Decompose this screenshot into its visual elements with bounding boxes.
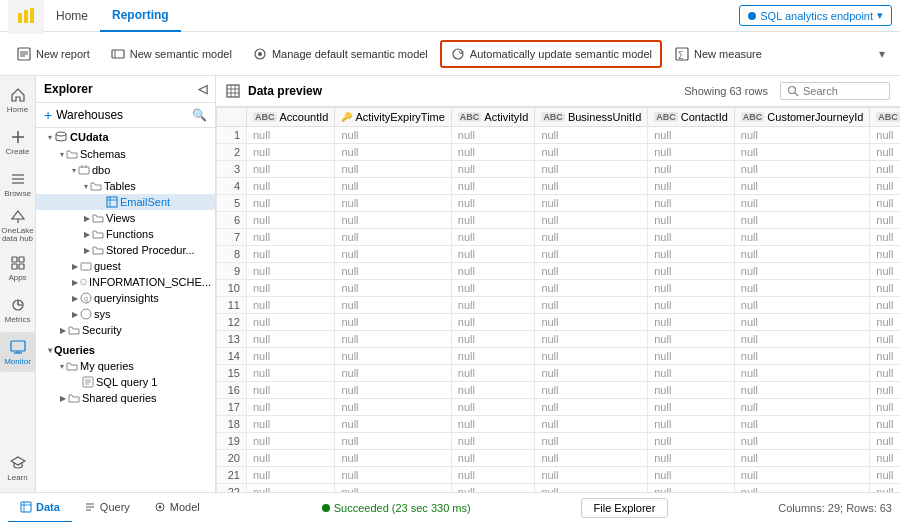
cell-null: null [247,212,335,229]
cell-null: null [247,467,335,484]
search-box[interactable] [780,82,890,100]
new-semantic-model-button[interactable]: New semantic model [102,42,240,66]
tree-label-sql-query-1: SQL query 1 [96,376,157,388]
new-report-button[interactable]: New report [8,42,98,66]
cell-null: null [535,161,648,178]
explorer-collapse-icon[interactable]: ◁ [198,82,207,96]
col-businessunitid-label: BusinessUnitId [568,111,641,123]
main-layout: Home Create Browse OneLake data hub Apps… [0,76,900,492]
col-header-activityid[interactable]: ABC ActivityId [451,108,535,127]
table-row: 6nullnullnullnullnullnullnull [217,212,901,229]
tree-item-my-queries[interactable]: ▾ My queries [36,358,215,374]
col-header-accountid[interactable]: ABC AccountId [247,108,335,127]
file-explorer-button[interactable]: File Explorer [581,498,669,518]
tree-item-shared-queries[interactable]: ▶ Shared queries [36,390,215,406]
tree-item-guest[interactable]: ▶ guest [36,258,215,274]
cell-null: null [870,348,900,365]
sidebar-item-monitor[interactable]: Monitor [0,332,36,372]
semantic-model-icon [110,46,126,62]
sql-endpoint-chevron[interactable]: ▾ [877,9,883,22]
tab-query[interactable]: Query [72,493,142,523]
manage-default-semantic-model-button[interactable]: Manage default semantic model [244,42,436,66]
cell-null: null [451,144,535,161]
cell-null: null [335,433,451,450]
cell-null: null [870,229,900,246]
add-warehouses-row[interactable]: + Warehouses 🔍 [36,103,215,128]
cell-null: null [648,127,735,144]
auto-update-semantic-model-button[interactable]: Automatically update semantic model [440,40,662,68]
tree-item-schemas[interactable]: ▾ Schemas [36,146,215,162]
cell-null: null [734,467,870,484]
col-activityexpirytime-label: ActivityExpiryTime [355,111,444,123]
search-input[interactable] [803,85,883,97]
cell-null: null [648,246,735,263]
grid-view-icon[interactable] [226,84,240,98]
cell-null: null [335,229,451,246]
search-icon[interactable]: 🔍 [192,108,207,122]
tree-item-views[interactable]: ▶ Views [36,210,215,226]
new-measure-button[interactable]: ∑ New measure [666,42,770,66]
new-semantic-model-label: New semantic model [130,48,232,60]
tree-item-queryinsights[interactable]: ▶ q queryinsights [36,290,215,306]
svg-text:∑: ∑ [678,50,684,59]
tree-item-information-schema[interactable]: ▶ i INFORMATION_SCHE... [36,274,215,290]
auto-update-icon [450,46,466,62]
sidebar-item-browse[interactable]: Browse [0,164,36,204]
col-header-activityexpirytime[interactable]: 🔑 ActivityExpiryTime [335,108,451,127]
sidebar-item-apps[interactable]: Apps [0,248,36,288]
table-row: 18nullnullnullnullnullnullnull [217,416,901,433]
sidebar-item-home[interactable]: Home [0,80,36,120]
cell-null: null [734,433,870,450]
sql-endpoint-button[interactable]: SQL analytics endpoint ▾ [739,5,892,26]
success-dot [322,504,330,512]
sidebar-item-metrics[interactable]: Metrics [0,290,36,330]
sidebar-item-create[interactable]: Create [0,122,36,162]
tree-item-stored-procedures[interactable]: ▶ Stored Procedur... [36,242,215,258]
col-contactid-label: ContactId [681,111,728,123]
tab-reporting[interactable]: Reporting [100,0,181,32]
chevron-right-icon: ▶ [72,278,78,287]
col-header-contactid[interactable]: ABC ContactId [648,108,735,127]
chevron-down-icon: ▾ [60,150,64,159]
tree-item-sys[interactable]: ▶ sys [36,306,215,322]
sidebar-item-learn[interactable]: Learn [0,452,36,492]
cell-null: null [535,450,648,467]
row-number: 22 [217,484,247,493]
cell-null: null [648,161,735,178]
cell-null: null [247,263,335,280]
cell-null: null [648,144,735,161]
col-header-businessunitid[interactable]: ABC BusinessUnitId [535,108,648,127]
sidebar-item-onelake[interactable]: OneLake data hub [0,206,36,246]
tree-item-sql-query-1[interactable]: SQL query 1 [36,374,215,390]
chevron-right-icon: ▶ [72,294,78,303]
tree-item-security[interactable]: ▶ Security [36,322,215,338]
sql-query-icon [82,376,94,388]
tree-item-queries[interactable]: ▾ Queries [36,342,215,358]
tab-home[interactable]: Home [44,0,100,32]
ribbon-collapse-button[interactable]: ▾ [872,32,892,76]
tab-data[interactable]: Data [8,493,72,523]
row-number: 15 [217,365,247,382]
sql-endpoint-label: SQL analytics endpoint [760,10,873,22]
row-number: 12 [217,314,247,331]
cell-null: null [648,280,735,297]
chevron-right-icon: ▶ [84,214,90,223]
svg-rect-1 [24,10,28,23]
table-row: 19nullnullnullnullnullnullnull [217,433,901,450]
tree-item-dbo[interactable]: ▾ dbo [36,162,215,178]
tree-item-tables[interactable]: ▾ Tables [36,178,215,194]
cell-null: null [734,246,870,263]
tree-item-functions[interactable]: ▶ Functions [36,226,215,242]
cell-null: null [535,348,648,365]
tree-item-cudata[interactable]: ▾ CUdata [36,128,215,146]
row-number: 5 [217,195,247,212]
cell-null: null [247,416,335,433]
cell-null: null [247,484,335,493]
chevron-down-icon: ▾ [72,166,76,175]
cell-null: null [734,450,870,467]
tree-item-emailsent[interactable]: EmailSent [36,194,215,210]
col-header-customerjourney[interactable]: ABC CustomerJourney [870,108,900,127]
cell-null: null [734,348,870,365]
tab-model[interactable]: Model [142,493,212,523]
col-header-customerjourneyid[interactable]: ABC CustomerJourneyId [734,108,870,127]
